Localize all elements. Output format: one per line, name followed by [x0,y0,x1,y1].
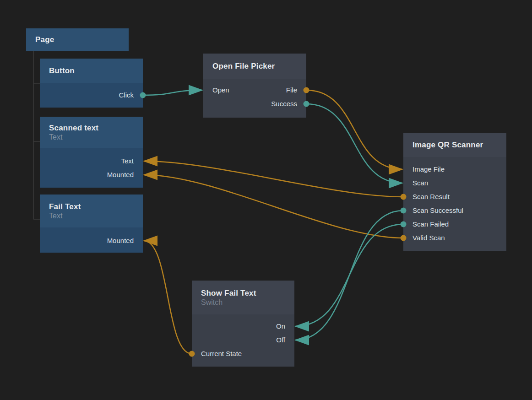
port-ofp-file[interactable]: File [212,85,297,95]
port-qr-scanFailed[interactable]: Scan Failed [413,219,497,229]
node-title: Button [49,66,134,76]
port-fail-mounted[interactable]: Mounted [49,236,134,246]
node-title: Fail Text [49,202,134,211]
port-scanned-text[interactable]: Text [49,156,134,166]
wire-ofp-success-to-qr-scan[interactable] [306,104,402,183]
port-ofp-success[interactable]: Success [212,99,297,109]
node-header[interactable]: Page [26,28,129,51]
wire-button-click-to-ofp-open[interactable] [143,90,202,95]
node-header[interactable]: Show Fail TextSwitch [192,281,294,314]
port-switch-currentState[interactable]: Current State [201,349,285,359]
port-qr-validScan[interactable]: Valid Scan [413,233,497,243]
port-switch-off[interactable]: Off [201,335,285,345]
node-header[interactable]: Image QR Scanner [403,133,506,157]
node-subtitle: Text [49,212,134,220]
wire-qr-scanFailed-to-switch-on[interactable] [295,224,403,326]
port-qr-imageFile[interactable]: Image File [413,164,497,174]
node-page[interactable]: Page [26,28,129,51]
wire-qr-validScan-to-scanned-mounted[interactable] [144,175,403,238]
port-scanned-mounted[interactable]: Mounted [49,170,134,180]
node-title: Image QR Scanner [413,141,497,150]
node-title: Scanned text [49,124,134,133]
port-qr-scanSuccessful[interactable]: Scan Successful [413,205,497,216]
node-header[interactable]: Button [40,59,143,83]
port-button-click[interactable]: Click [49,90,134,100]
node-title: Show Fail Text [201,289,285,298]
node-graph-canvas[interactable]: PageButtonClickScanned textTextTextMount… [0,0,532,400]
node-subtitle: Switch [201,298,285,307]
node-title: Open File Picker [212,62,297,71]
node-header[interactable]: Scanned textText [40,117,143,148]
node-subtitle: Text [49,133,134,141]
port-qr-scan[interactable]: Scan [413,178,497,188]
node-header[interactable]: Open File Picker [203,54,306,79]
hierarchy-connector-line [33,51,40,219]
wire-switch-currentState-to-fail-mounted[interactable] [144,241,192,354]
node-header[interactable]: Fail TextText [40,195,143,227]
port-qr-scanResult[interactable]: Scan Result [413,192,497,202]
port-switch-on[interactable]: On [201,321,285,331]
wire-ofp-file-to-qr-imageFile[interactable] [306,90,402,169]
node-title: Page [35,35,119,44]
